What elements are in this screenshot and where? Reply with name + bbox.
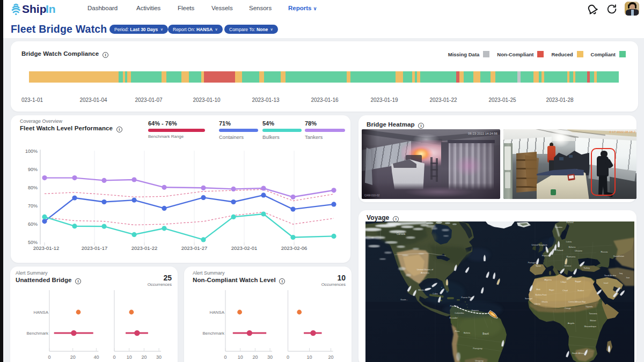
svg-text:Niger: Niger <box>549 289 554 291</box>
svg-text:Senegal: Senegal <box>525 298 532 300</box>
svg-text:Poland: Poland <box>557 249 564 252</box>
svg-text:Russia: Russia <box>601 250 608 253</box>
svg-text:Burkina Faso: Burkina Faso <box>535 294 546 296</box>
svg-text:Peru: Peru <box>455 330 460 333</box>
svg-text:0: 0 <box>48 354 50 360</box>
svg-text:Iraq: Iraq <box>619 272 623 275</box>
svg-text:Finland: Finland <box>567 221 574 224</box>
svg-text:10: 10 <box>306 354 312 360</box>
svg-text:20: 20 <box>252 354 258 360</box>
svg-text:Uganda: Uganda <box>586 306 594 308</box>
svg-text:20: 20 <box>70 354 76 360</box>
svg-text:Egypt: Egypt <box>575 280 581 283</box>
svg-text:30: 30 <box>156 354 162 360</box>
svg-text:South Africa: South Africa <box>572 352 584 354</box>
svg-text:0: 0 <box>224 354 226 360</box>
svg-text:10: 10 <box>127 354 132 360</box>
svg-text:Ukraine: Ukraine <box>575 249 583 252</box>
svg-text:Guate...: Guate... <box>400 298 408 301</box>
svg-text:Kazakhstan: Kazakhstan <box>613 255 624 257</box>
svg-text:Greece: Greece <box>565 264 572 267</box>
svg-text:Mexico: Mexico <box>418 289 426 291</box>
svg-text:Canada: Canada <box>397 233 406 235</box>
svg-text:In: In <box>46 3 56 15</box>
svg-text:40: 40 <box>93 354 99 360</box>
svg-text:10: 10 <box>238 354 243 360</box>
svg-text:Tanzania: Tanzania <box>589 312 597 315</box>
svg-text:Sudan: Sudan <box>577 289 584 292</box>
svg-text:2023-02-01: 2023-02-01 <box>231 245 258 251</box>
svg-text:Iran: Iran <box>626 277 630 279</box>
svg-text:Bolivia: Bolivia <box>464 331 471 334</box>
svg-text:Liberia: Liberia <box>534 303 540 305</box>
svg-text:Mozambique: Mozambique <box>584 325 596 328</box>
svg-text:70%: 70% <box>28 203 38 209</box>
svg-text:0: 0 <box>113 354 115 360</box>
svg-text:Puerto Rico: Puerto Rico <box>461 296 473 299</box>
svg-text:Sweden: Sweden <box>555 226 562 228</box>
svg-text:France: France <box>542 254 549 257</box>
svg-text:2023-01-27: 2023-01-27 <box>181 245 208 251</box>
svg-text:0: 0 <box>287 354 289 360</box>
svg-text:Angola: Angola <box>568 322 575 324</box>
svg-text:2023-01-12: 2023-01-12 <box>33 245 60 251</box>
svg-text:Ghana: Ghana <box>541 301 548 303</box>
svg-text:Turkey: Turkey <box>583 267 590 269</box>
svg-text:Latvia: Latvia <box>566 240 572 243</box>
svg-text:Portugal: Portugal <box>528 261 536 264</box>
svg-text:Brazil: Brazil <box>482 333 489 335</box>
svg-text:100%: 100% <box>25 149 38 154</box>
svg-text:Cuba: Cuba <box>433 292 438 295</box>
svg-text:30: 30 <box>267 354 273 360</box>
svg-text:Uruguay: Uruguay <box>475 359 484 362</box>
svg-text:2023-02-06: 2023-02-06 <box>281 245 308 251</box>
svg-text:Malawi: Malawi <box>590 320 596 322</box>
svg-text:Chad: Chad <box>562 289 568 292</box>
svg-text:60%: 60% <box>28 221 38 227</box>
svg-text:Belarus: Belarus <box>568 246 575 248</box>
svg-text:Panama: Panama <box>450 305 458 307</box>
svg-text:50%: 50% <box>28 240 38 245</box>
svg-text:Congo: Congo <box>565 307 570 309</box>
svg-text:Paraguay: Paraguay <box>473 347 482 350</box>
svg-text:Spain: Spain <box>536 264 541 267</box>
svg-text:Ecuador: Ecuador <box>449 316 458 319</box>
svg-text:Romania: Romania <box>567 255 576 258</box>
svg-text:Algeria: Algeria <box>544 278 552 281</box>
svg-text:United States of: United States of <box>417 268 434 271</box>
svg-text:20: 20 <box>141 354 147 360</box>
svg-text:Mali: Mali <box>536 288 540 291</box>
svg-text:Central African Rep: Central African Rep <box>568 301 586 303</box>
svg-text:80%: 80% <box>28 185 38 190</box>
svg-text:20: 20 <box>328 354 333 360</box>
svg-text:America: America <box>421 271 429 274</box>
svg-text:2023-01-17: 2023-01-17 <box>82 245 108 251</box>
svg-text:Guyana: Guyana <box>471 309 479 312</box>
svg-text:Colombia: Colombia <box>455 312 464 314</box>
svg-text:Israel: Israel <box>604 282 609 284</box>
svg-text:90%: 90% <box>28 167 38 172</box>
svg-text:Ship: Ship <box>22 3 47 15</box>
svg-text:United Kingdom: United Kingdom <box>531 243 547 246</box>
svg-text:Libya: Libya <box>561 280 567 283</box>
svg-text:Saudi Arabia: Saudi Arabia <box>604 274 617 277</box>
svg-text:2023-01-22: 2023-01-22 <box>131 245 158 251</box>
